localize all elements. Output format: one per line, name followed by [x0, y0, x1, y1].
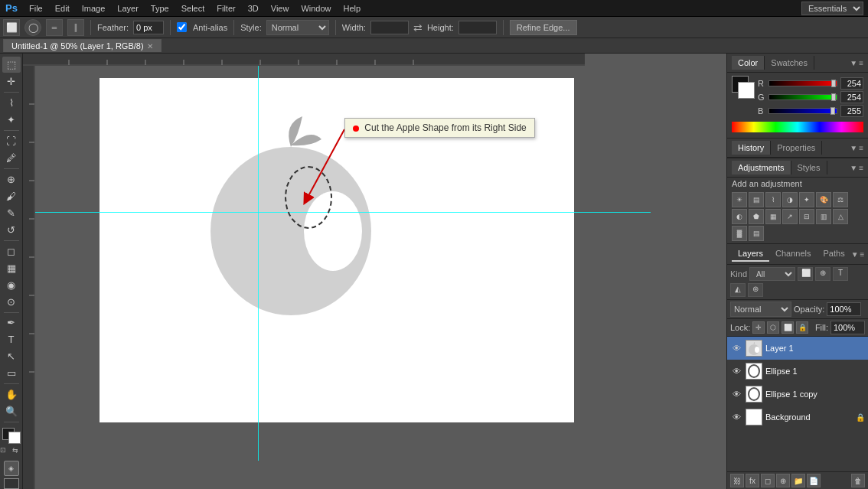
collapse-adj-btn[interactable]: ▼: [850, 164, 857, 172]
pixel-filter-btn[interactable]: ⬜: [798, 267, 813, 281]
collapse-color-btn[interactable]: ▼: [850, 59, 857, 67]
g-slider-track[interactable]: [768, 94, 837, 100]
background-visibility-icon[interactable]: 👁: [730, 411, 742, 423]
menu-help[interactable]: Help: [338, 2, 367, 15]
menu-layer[interactable]: Layer: [111, 2, 145, 15]
color-panel-menu-btn[interactable]: ≡: [859, 59, 863, 67]
collapse-layers-btn[interactable]: ▼: [851, 250, 859, 259]
hand-tool[interactable]: ✋: [2, 386, 21, 403]
adjustments-tab[interactable]: Adjustments: [732, 161, 791, 174]
g-value-input[interactable]: [840, 91, 863, 103]
b-value-input[interactable]: [840, 105, 863, 117]
menu-edit[interactable]: Edit: [49, 2, 76, 15]
add-mask-btn[interactable]: ◻: [761, 474, 775, 487]
g-slider-thumb[interactable]: [831, 93, 836, 101]
new-layer-btn[interactable]: 📄: [807, 474, 821, 487]
height-input[interactable]: [458, 21, 497, 34]
layer-item-ellipse1[interactable]: 👁 Ellipse 1: [727, 360, 868, 383]
menu-file[interactable]: File: [23, 2, 49, 15]
background-color[interactable]: [8, 432, 21, 444]
levels-adj-icon[interactable]: ▤: [749, 192, 764, 207]
link-layers-btn[interactable]: ⛓: [730, 474, 744, 487]
crop-tool[interactable]: ⛶: [2, 133, 21, 149]
color-spectrum-bar[interactable]: [732, 122, 863, 132]
bg-swatch[interactable]: [738, 82, 755, 99]
b-slider-track[interactable]: [768, 108, 837, 114]
layers-panel-menu-btn[interactable]: ≡: [860, 250, 865, 259]
single-col-marquee-icon[interactable]: ║: [67, 19, 84, 36]
screen-mode-icon[interactable]: [4, 478, 19, 489]
blackwhite-adj-icon[interactable]: ◐: [732, 209, 747, 224]
hist-panel-menu-btn[interactable]: ≡: [859, 144, 863, 152]
layer1-visibility-icon[interactable]: 👁: [730, 342, 742, 354]
workspace-selector[interactable]: Essentials: [801, 2, 868, 15]
collapse-hist-btn[interactable]: ▼: [850, 144, 857, 152]
menu-type[interactable]: Type: [145, 2, 175, 15]
adjust-filter-btn[interactable]: ⊕: [815, 267, 830, 281]
rect-marquee-icon[interactable]: ⬜: [3, 19, 20, 36]
delete-layer-btn[interactable]: 🗑: [851, 474, 865, 487]
add-style-btn[interactable]: fx: [746, 474, 759, 487]
path-select-tool[interactable]: ↖: [2, 348, 21, 364]
smart-filter-btn[interactable]: ⊛: [748, 283, 763, 297]
feather-input[interactable]: [133, 21, 164, 34]
gradient-tool[interactable]: ▦: [2, 260, 21, 276]
dodge-tool[interactable]: ⊙: [2, 294, 21, 310]
marquee-tool[interactable]: ⬚: [2, 57, 21, 73]
ellipse1-visibility-icon[interactable]: 👁: [730, 365, 742, 377]
lock-paint-icon[interactable]: ⬜: [782, 321, 794, 334]
menu-select[interactable]: Select: [175, 2, 211, 15]
menu-image[interactable]: Image: [76, 2, 112, 15]
move-tool[interactable]: ✛: [2, 73, 21, 90]
history-brush-tool[interactable]: ↺: [2, 222, 21, 238]
posterize-adj-icon[interactable]: ▥: [816, 209, 831, 224]
r-slider-track[interactable]: [768, 80, 837, 86]
canvas-area[interactable]: Cut the Apple Shape from its Right Side: [23, 54, 726, 489]
history-tab[interactable]: History: [732, 141, 771, 155]
tab-close-button[interactable]: ✕: [147, 42, 153, 51]
curves-adj-icon[interactable]: ⌇: [765, 192, 781, 207]
opacity-input[interactable]: [827, 302, 861, 316]
eyedropper-tool[interactable]: 🖉: [2, 150, 21, 166]
brightness-adj-icon[interactable]: ☀: [732, 192, 747, 207]
swap-icon[interactable]: ⇄: [413, 21, 423, 34]
default-colors-icon[interactable]: ⊡: [0, 446, 11, 457]
properties-tab[interactable]: Properties: [771, 141, 822, 155]
menu-view[interactable]: View: [265, 2, 295, 15]
lock-all-icon[interactable]: 🔒: [796, 321, 808, 334]
new-group-btn[interactable]: 📁: [791, 474, 805, 487]
hsl-adj-icon[interactable]: 🎨: [816, 192, 831, 207]
lock-move-icon[interactable]: ✛: [752, 321, 765, 334]
width-input[interactable]: [370, 21, 409, 34]
color-swatch-area[interactable]: [2, 428, 21, 444]
exposure-adj-icon[interactable]: ◑: [782, 192, 798, 207]
canvas-document[interactable]: Cut the Apple Shape from its Right Side: [100, 78, 574, 422]
ellipse1copy-visibility-icon[interactable]: 👁: [730, 388, 742, 400]
antialias-checkbox[interactable]: [177, 22, 187, 32]
blend-mode-select[interactable]: Normal: [730, 302, 791, 317]
shape-tool[interactable]: ▭: [2, 365, 21, 381]
fg-bg-swatch-area[interactable]: [732, 76, 755, 99]
adj-panel-menu-btn[interactable]: ≡: [859, 164, 863, 172]
new-adj-btn[interactable]: ⊕: [776, 474, 790, 487]
invert-adj-icon[interactable]: ⊟: [799, 209, 814, 224]
brush-tool[interactable]: 🖌: [2, 188, 21, 204]
b-slider-thumb[interactable]: [830, 107, 835, 115]
quick-mask-icon[interactable]: ◈: [4, 461, 19, 476]
kind-filter-select[interactable]: All: [749, 267, 795, 281]
layer-item-layer1[interactable]: 👁 Layer 1: [727, 337, 868, 360]
style-select[interactable]: NormalFixed RatioFixed Size: [266, 20, 329, 35]
r-slider-thumb[interactable]: [831, 80, 836, 87]
layer-item-ellipse1copy[interactable]: 👁 Ellipse 1 copy: [727, 383, 868, 406]
paths-tab[interactable]: Paths: [817, 246, 851, 262]
text-tool[interactable]: T: [2, 331, 21, 347]
colorbalance-adj-icon[interactable]: ⚖: [833, 192, 848, 207]
document-tab[interactable]: Untitled-1 @ 50% (Layer 1, RGB/8) ✕: [3, 39, 162, 52]
menu-filter[interactable]: Filter: [210, 2, 241, 15]
fill-input[interactable]: [830, 321, 865, 334]
lasso-tool[interactable]: ⌇: [2, 95, 21, 111]
selectivecolor-adj-icon[interactable]: ▤: [749, 226, 764, 241]
single-row-marquee-icon[interactable]: ═: [46, 19, 63, 36]
ellipse-marquee-icon[interactable]: ◯: [24, 19, 41, 36]
menu-3d[interactable]: 3D: [242, 2, 265, 15]
